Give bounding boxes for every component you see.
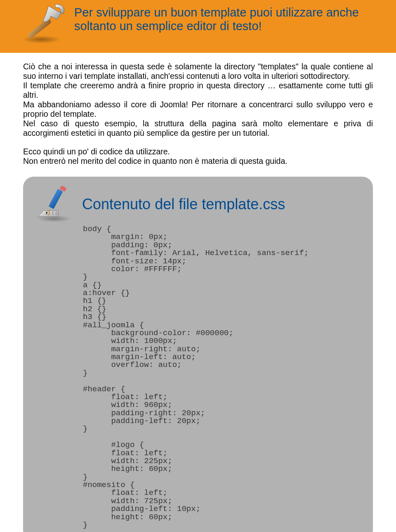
code-title: Contenuto del file template.css xyxy=(82,196,285,213)
svg-rect-7 xyxy=(49,189,63,209)
body-text: Ciò che a noi interessa in questa sede è… xyxy=(0,53,396,174)
paragraph-1: Ciò che a noi interessa in questa sede è… xyxy=(23,62,373,81)
paragraph-2: Il template che creeremo andrà a finire … xyxy=(23,81,373,100)
banner-text: Per sviluppare un buon template puoi uti… xyxy=(70,4,367,33)
pencil-ruler-icon xyxy=(35,186,75,223)
paragraph-3: Ma abbandoniamo adesso il core di Joomla… xyxy=(23,100,373,119)
banner-inner: Per sviluppare un buon template puoi uti… xyxy=(0,4,396,45)
paragraph-5: Ecco quindi un po' di codice da utilizza… xyxy=(23,147,373,156)
code-block: body { margin: 0px; padding: 0px; font-f… xyxy=(83,225,361,529)
paragraph-6: Non entrerò nel merito del codice in qua… xyxy=(23,156,373,166)
code-panel-head: Contenuto del file template.css xyxy=(35,186,361,223)
banner: Per sviluppare un buon template puoi uti… xyxy=(0,0,396,53)
svg-point-0 xyxy=(22,35,61,43)
paragraph-4: Nel caso di questo esempio, la struttura… xyxy=(23,119,373,138)
hammer-icon xyxy=(16,2,70,45)
code-panel: Contenuto del file template.css body { m… xyxy=(23,177,373,532)
